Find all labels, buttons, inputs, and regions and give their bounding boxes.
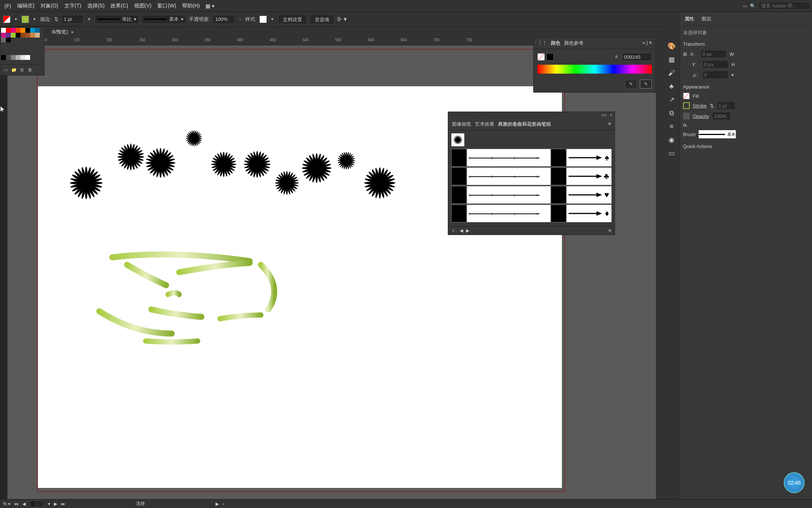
stroke-black-swatch[interactable]: [546, 53, 554, 61]
prev-icon[interactable]: ◀: [460, 228, 463, 233]
swatch[interactable]: [1, 38, 6, 42]
brush-combo[interactable]: 基本▾: [142, 15, 186, 24]
swatch[interactable]: [16, 55, 20, 60]
swatch[interactable]: [30, 28, 35, 33]
align-icon[interactable]: ⊪ ▾: [337, 16, 347, 23]
tab-properties[interactable]: 属性: [683, 15, 696, 23]
close-icon[interactable]: ×: [610, 113, 612, 118]
swatch[interactable]: [16, 28, 20, 33]
brush-row[interactable]: ♣: [451, 167, 612, 185]
tab-color[interactable]: 颜色: [551, 40, 560, 46]
preferences-button[interactable]: 首选项: [310, 15, 334, 24]
next-page-icon[interactable]: ▶: [54, 501, 57, 507]
menu-object[interactable]: 对象(O): [38, 1, 61, 11]
brush-lib-icon[interactable]: ⫽.: [451, 228, 457, 233]
remove-brush-icon[interactable]: ✕: [608, 228, 612, 233]
brushes-icon[interactable]: 🖌: [667, 68, 676, 77]
doc-setup-button[interactable]: 文档设置: [278, 15, 307, 24]
stroke-width-input[interactable]: [61, 15, 84, 24]
swatch[interactable]: [25, 33, 30, 38]
last-page-icon[interactable]: ⏭: [61, 501, 65, 507]
folder-icon[interactable]: 📁: [11, 67, 17, 73]
swatch[interactable]: [6, 38, 11, 42]
swatch[interactable]: [11, 55, 16, 60]
color-spectrum[interactable]: [537, 65, 652, 74]
tab-image-brush[interactable]: 图像画笔: [452, 121, 471, 128]
page-dropdown[interactable]: ▾: [48, 501, 50, 507]
stroke-dropdown[interactable]: ▾: [32, 17, 37, 22]
align-icon[interactable]: ≡: [667, 122, 676, 131]
stroke-swatch[interactable]: [683, 102, 690, 109]
menu-help[interactable]: 帮助(H): [179, 1, 203, 11]
search-icon[interactable]: 🔍: [750, 3, 756, 9]
menu-file[interactable]: (F): [1, 1, 14, 10]
fill-swatch[interactable]: [3, 16, 10, 23]
fill-dropdown[interactable]: ▾: [13, 17, 19, 22]
swatch[interactable]: [35, 33, 40, 38]
panel-collapse-icon[interactable]: » | ≡: [643, 40, 652, 46]
swatch[interactable]: [30, 33, 35, 38]
color-wheel-icon[interactable]: 🎨: [667, 42, 676, 51]
graphic-style-dropdown[interactable]: ▾: [270, 17, 275, 22]
menu-type[interactable]: 文字(T): [61, 1, 84, 11]
brush-thumb-flower[interactable]: [451, 133, 465, 147]
brush-row[interactable]: ♥: [451, 186, 612, 204]
opacity-dropdown[interactable]: ›: [238, 17, 242, 22]
stroke-swatch[interactable]: [22, 16, 29, 23]
fx-label[interactable]: fx.: [683, 122, 688, 128]
angle-input[interactable]: [702, 71, 728, 79]
eyedropper-fill-icon[interactable]: ✎: [640, 80, 652, 89]
swatch[interactable]: [1, 55, 6, 60]
stroke-weight-input[interactable]: [717, 102, 735, 110]
swatches-icon[interactable]: ▦: [667, 55, 676, 64]
swatch[interactable]: [20, 55, 25, 60]
stroke-width-dropdown[interactable]: ▾: [87, 17, 92, 22]
swatch[interactable]: [1, 33, 6, 38]
stroke-stepper-icon[interactable]: ⇅: [710, 103, 714, 109]
swatch[interactable]: [11, 33, 16, 38]
opacity-value-input[interactable]: [712, 112, 731, 120]
hex-input[interactable]: [622, 53, 652, 61]
swatch[interactable]: [11, 28, 16, 33]
workspace-switcher[interactable]: ▦ ▾: [203, 1, 217, 10]
symbols-icon[interactable]: ♣: [667, 82, 676, 91]
opacity-input[interactable]: [213, 15, 235, 24]
swatch-lib-icon[interactable]: ▭: [3, 67, 9, 73]
graphic-style-swatch[interactable]: [259, 16, 267, 23]
menu-edit[interactable]: 编辑(E): [14, 1, 38, 11]
tab-artistic[interactable]: 艺术效果: [475, 121, 494, 128]
swatch[interactable]: [6, 55, 11, 60]
fill-swatch[interactable]: [683, 93, 690, 99]
brush-row[interactable]: ♦: [451, 205, 612, 222]
menu-view[interactable]: 视图(V): [131, 1, 155, 11]
swatch[interactable]: [20, 33, 25, 38]
appearance-icon[interactable]: ◉: [667, 135, 676, 144]
link-wh-icon[interactable]: ⊞: [683, 51, 687, 57]
eyedropper-icon[interactable]: ✎: [625, 80, 637, 89]
panel-collapse-icon[interactable]: <<: [602, 113, 607, 118]
play-icon[interactable]: ▶: [216, 501, 219, 507]
close-icon[interactable]: ×: [71, 29, 74, 35]
asset-export-icon[interactable]: ⧉: [667, 109, 676, 118]
tab-layers[interactable]: 图层: [700, 15, 713, 23]
arrange-docs-icon[interactable]: ▭: [743, 3, 747, 9]
swatch[interactable]: [25, 28, 30, 33]
export-icon[interactable]: ↗: [667, 95, 676, 104]
swatch[interactable]: [25, 55, 30, 60]
tab-color-guide[interactable]: 颜色参考: [564, 40, 583, 46]
swatch[interactable]: [35, 28, 40, 33]
trash-icon[interactable]: 🗑: [27, 67, 33, 73]
doc-tab[interactable]: B/预览) ×: [48, 27, 77, 37]
menu-select[interactable]: 选择(S): [84, 1, 108, 11]
brush-preview[interactable]: 基本: [699, 130, 736, 138]
panel-menu-icon[interactable]: ≡: [608, 121, 611, 128]
fill-none-swatch[interactable]: [537, 53, 545, 61]
new-swatch-icon[interactable]: ⊞: [19, 67, 25, 73]
menu-effect[interactable]: 效果(C): [107, 1, 131, 11]
swatch[interactable]: [1, 28, 6, 33]
opacity-swatch[interactable]: [683, 113, 690, 119]
y-input[interactable]: [702, 60, 728, 68]
swatch[interactable]: [20, 28, 25, 33]
tab-elegant-curl[interactable]: 典雅的卷曲和花形画笔组: [498, 121, 551, 128]
swatch[interactable]: [6, 28, 11, 33]
